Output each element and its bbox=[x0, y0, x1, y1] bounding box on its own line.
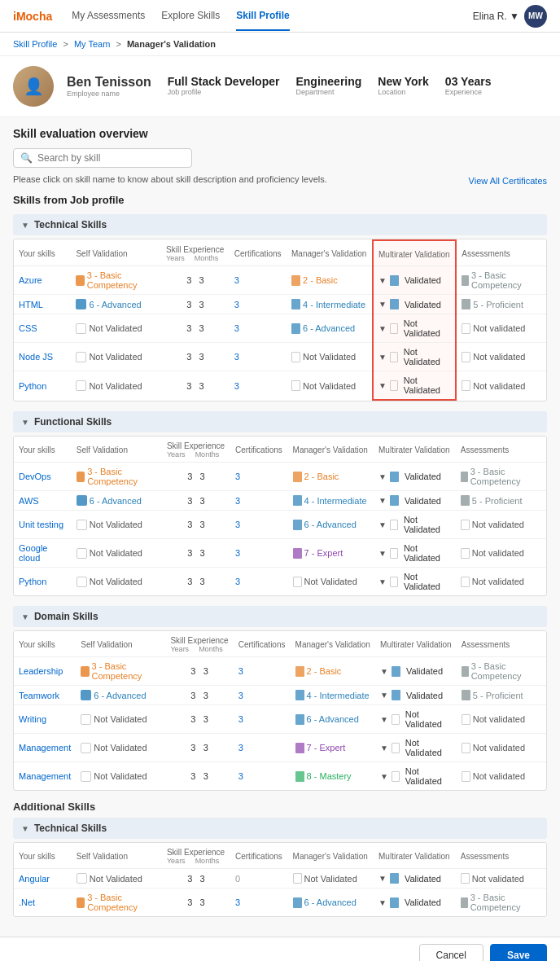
multirater-cell: ▼ Validated bbox=[375, 686, 457, 705]
cert-link[interactable]: 0 bbox=[235, 874, 240, 884]
skill-name-cell: Unit testing bbox=[14, 511, 72, 539]
assess-cell: 5 - Proficient bbox=[456, 295, 546, 314]
skill-link[interactable]: Writing bbox=[19, 714, 46, 724]
self-validation-cell: Not Validated bbox=[71, 314, 161, 343]
exp-years-cell: 3 3 bbox=[161, 295, 230, 314]
nav-my-assessments[interactable]: My Assessments bbox=[72, 2, 145, 31]
cert-link[interactable]: 3 bbox=[238, 714, 243, 724]
skill-name-cell: HTML bbox=[14, 295, 71, 314]
skill-link[interactable]: .Net bbox=[19, 897, 35, 907]
dropdown-arrow[interactable]: ▼ bbox=[378, 353, 387, 362]
skill-link[interactable]: DevOps bbox=[19, 472, 51, 481]
cancel-button[interactable]: Cancel bbox=[419, 944, 483, 961]
skill-link[interactable]: Teamwork bbox=[19, 691, 59, 700]
dropdown-arrow[interactable]: ▼ bbox=[378, 472, 387, 481]
nav-skill-profile[interactable]: Skill Profile bbox=[236, 2, 289, 31]
skill-link[interactable]: Python bbox=[19, 381, 46, 391]
cert-link[interactable]: 3 bbox=[234, 381, 239, 391]
cert-cell: 3 bbox=[234, 705, 291, 734]
skill-link[interactable]: Node JS bbox=[19, 352, 53, 362]
multirater-cell: ▼ Not Validated bbox=[375, 762, 457, 791]
dropdown-arrow[interactable]: ▼ bbox=[378, 898, 387, 907]
th-certifications: Certifications bbox=[230, 240, 287, 266]
skill-link[interactable]: Management bbox=[19, 771, 71, 781]
mgr-validation-cell: 7 - Expert bbox=[288, 539, 374, 568]
cert-link[interactable]: 3 bbox=[234, 323, 239, 333]
domain-skills-table: Your skills Self Validation Skill Experi… bbox=[13, 630, 547, 791]
exp-years-cell: 3 3 bbox=[165, 686, 233, 705]
dropdown-arrow[interactable]: ▼ bbox=[378, 324, 387, 333]
skill-link[interactable]: Google cloud bbox=[19, 543, 47, 563]
cert-link[interactable]: 3 bbox=[235, 472, 240, 481]
th-your-skills-d: Your skills bbox=[14, 631, 76, 657]
skill-link[interactable]: Python bbox=[19, 577, 46, 586]
profile-job-item: Full Stack Developer Job profile bbox=[168, 75, 280, 98]
dropdown-arrow[interactable]: ▼ bbox=[378, 874, 387, 883]
mgr-validation-cell: Not Validated bbox=[288, 568, 374, 596]
skill-link[interactable]: Azure bbox=[19, 275, 42, 285]
skill-link[interactable]: Leadership bbox=[19, 666, 63, 676]
technical-skills-header[interactable]: ▼ Technical Skills bbox=[13, 214, 547, 235]
th-multi-d: Multirater Validation bbox=[375, 631, 457, 657]
dropdown-arrow[interactable]: ▼ bbox=[378, 549, 387, 558]
dropdown-arrow[interactable]: ▼ bbox=[380, 715, 388, 724]
cert-link[interactable]: 3 bbox=[238, 691, 243, 700]
search-input[interactable] bbox=[37, 152, 185, 164]
table-row: Management Not Validated 3 3 3 7 - Exper… bbox=[14, 734, 546, 762]
dropdown-arrow[interactable]: ▼ bbox=[380, 744, 388, 753]
mgr-validation-cell: 6 - Advanced bbox=[288, 511, 374, 539]
breadcrumb-my-team[interactable]: My Team bbox=[74, 39, 110, 49]
table-row: Writing Not Validated 3 3 3 6 - Advanced… bbox=[14, 705, 546, 734]
functional-skills-header[interactable]: ▼ Functional Skills bbox=[13, 411, 547, 432]
dropdown-arrow[interactable]: ▼ bbox=[378, 381, 387, 390]
domain-skills-header[interactable]: ▼ Domain Skills bbox=[13, 606, 547, 627]
dropdown-arrow[interactable]: ▼ bbox=[378, 577, 387, 586]
dropdown-arrow[interactable]: ▼ bbox=[380, 691, 388, 700]
cert-link[interactable]: 3 bbox=[235, 548, 240, 558]
dropdown-arrow[interactable]: ▼ bbox=[378, 496, 387, 505]
dropdown-arrow[interactable]: ▼ bbox=[380, 772, 388, 781]
cert-link[interactable]: 3 bbox=[235, 520, 240, 529]
skill-name-cell: Azure bbox=[14, 266, 71, 295]
save-button[interactable]: Save bbox=[490, 944, 547, 961]
table-row: Python Not Validated 3 3 3 Not Validated… bbox=[14, 371, 546, 401]
search-bar[interactable]: 🔍 bbox=[13, 148, 192, 168]
skill-name-cell: AWS bbox=[14, 491, 72, 511]
exp-years-cell: 3 3 bbox=[161, 371, 230, 401]
cert-link[interactable]: 3 bbox=[234, 352, 239, 362]
cert-link[interactable]: 3 bbox=[234, 300, 239, 309]
cert-link[interactable]: 3 bbox=[235, 577, 240, 586]
skill-name-cell: Python bbox=[14, 568, 72, 596]
th-self-d: Self Validation bbox=[76, 631, 165, 657]
skill-name-cell: DevOps bbox=[14, 463, 72, 491]
addl-table: Your skills Self Validation Skill Experi… bbox=[14, 843, 546, 916]
dropdown-arrow[interactable]: ▼ bbox=[378, 276, 387, 285]
breadcrumb-skill-profile[interactable]: Skill Profile bbox=[13, 39, 57, 49]
skill-link[interactable]: Angular bbox=[19, 874, 50, 884]
skill-link[interactable]: Unit testing bbox=[19, 520, 63, 529]
dropdown-arrow[interactable]: ▼ bbox=[378, 300, 387, 309]
mgr-validation-cell: 8 - Mastery bbox=[291, 762, 375, 791]
cert-cell: 3 bbox=[230, 314, 287, 343]
cert-link[interactable]: 3 bbox=[238, 771, 243, 781]
cert-link[interactable]: 3 bbox=[234, 275, 239, 285]
dropdown-arrow[interactable]: ▼ bbox=[380, 667, 388, 676]
th-cert-f: Certifications bbox=[230, 437, 288, 463]
nav-explore-skills[interactable]: Explore Skills bbox=[161, 2, 220, 31]
cert-link[interactable]: 3 bbox=[235, 496, 240, 506]
skill-link[interactable]: AWS bbox=[19, 496, 39, 506]
cert-link[interactable]: 3 bbox=[238, 666, 243, 676]
skill-name-cell: Management bbox=[14, 762, 76, 791]
cert-link[interactable]: 3 bbox=[235, 897, 240, 907]
view-all-certificates[interactable]: View All Certificates bbox=[469, 176, 547, 186]
action-bar: Cancel Save bbox=[0, 937, 560, 961]
cert-link[interactable]: 3 bbox=[238, 743, 243, 753]
skills-table: Your skills Self Validation Skill Experi… bbox=[14, 239, 546, 401]
skill-link[interactable]: Management bbox=[19, 743, 71, 753]
breadcrumb: Skill Profile > My Team > Manager's Vali… bbox=[0, 33, 560, 56]
dropdown-arrow[interactable]: ▼ bbox=[378, 520, 387, 529]
skill-link[interactable]: HTML bbox=[19, 300, 43, 309]
assess-cell: Not validated bbox=[457, 705, 546, 734]
additional-technical-header[interactable]: ▼ Technical Skills bbox=[13, 818, 547, 839]
skill-link[interactable]: CSS bbox=[19, 323, 37, 333]
